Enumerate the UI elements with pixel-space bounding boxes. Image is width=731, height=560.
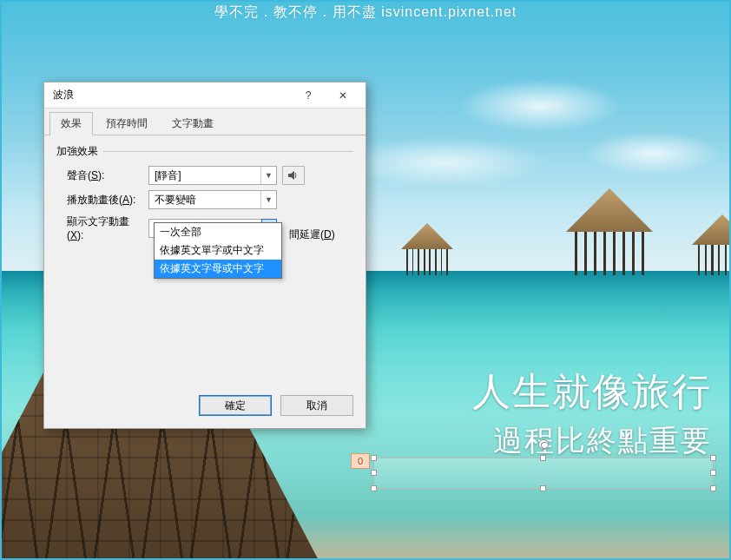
titlebar[interactable]: 波浪 ? ✕ <box>44 82 366 109</box>
after-value: 不要變暗 <box>149 193 260 208</box>
label-sound: 聲音(S): <box>56 168 143 183</box>
wave-dialog: 波浪 ? ✕ 效果 預存時間 文字動畫 加強效果 聲音(S): [靜音] ▼ <box>43 82 366 429</box>
chevron-down-icon[interactable]: ▼ <box>260 167 276 184</box>
section-enhance: 加強效果 <box>56 144 353 159</box>
resize-handle[interactable] <box>371 455 377 461</box>
option-by-letter[interactable]: 依據英文字母或中文字 <box>155 260 281 278</box>
row-after-animate: 播放動畫後(A): 不要變暗 ▼ <box>56 190 353 209</box>
dialog-title: 波浪 <box>53 88 291 102</box>
sound-combo[interactable]: [靜音] ▼ <box>148 166 277 185</box>
sound-value: [靜音] <box>149 168 260 183</box>
tab-timing[interactable]: 預存時間 <box>95 112 159 135</box>
label-animate-text: 顯示文字動畫(X): <box>56 214 143 241</box>
hut-right <box>686 214 731 275</box>
textbox-selection[interactable] <box>373 458 714 489</box>
ok-button[interactable]: 確定 <box>199 395 272 416</box>
animate-text-dropdown[interactable]: 一次全部 依據英文單字或中文字 依據英文字母或中文字 <box>154 222 282 279</box>
speaker-icon <box>287 169 300 181</box>
help-button[interactable]: ? <box>291 89 326 102</box>
slide-line-2: 過程比終點重要 <box>472 421 712 461</box>
tab-text-animation[interactable]: 文字動畫 <box>161 112 225 135</box>
tab-effect[interactable]: 效果 <box>49 112 93 135</box>
label-after: 播放動畫後(A): <box>56 193 143 208</box>
resize-handle[interactable] <box>540 485 546 491</box>
slide-line-1: 人生就像旅行 <box>472 366 712 418</box>
resize-handle[interactable] <box>710 485 716 491</box>
resize-handle[interactable] <box>371 470 377 476</box>
option-by-word[interactable]: 依據英文單字或中文字 <box>155 241 281 260</box>
chevron-down-icon[interactable]: ▼ <box>260 191 276 208</box>
slide-text: 人生就像旅行 過程比終點重要 <box>472 366 712 461</box>
dialog-button-row: 確定 取消 <box>44 386 366 428</box>
after-animate-combo[interactable]: 不要變暗 ▼ <box>148 190 277 209</box>
hut-center <box>557 188 662 275</box>
sound-preview-button[interactable] <box>282 166 305 185</box>
resize-handle[interactable] <box>710 455 716 461</box>
close-button[interactable]: ✕ <box>326 89 360 102</box>
tab-strip: 效果 預存時間 文字動畫 <box>44 109 366 135</box>
delay-label: 間延遲(D) <box>289 227 335 242</box>
section-divider <box>103 151 353 152</box>
hut-left <box>396 223 458 275</box>
row-sound: 聲音(S): [靜音] ▼ <box>56 166 353 185</box>
resize-handle[interactable] <box>540 455 546 461</box>
clouds <box>366 63 729 184</box>
cancel-button[interactable]: 取消 <box>280 395 353 416</box>
rotate-handle-icon[interactable] <box>538 439 549 450</box>
resize-handle[interactable] <box>371 485 377 491</box>
option-all-at-once[interactable]: 一次全部 <box>155 223 281 241</box>
section-label: 加強效果 <box>56 144 98 159</box>
tab-body-effect: 加強效果 聲音(S): [靜音] ▼ 播放動畫後(A): 不要變暗 ▼ <box>44 135 366 386</box>
resize-handle[interactable] <box>710 470 716 476</box>
animation-order-tag[interactable]: 0 <box>351 453 370 469</box>
